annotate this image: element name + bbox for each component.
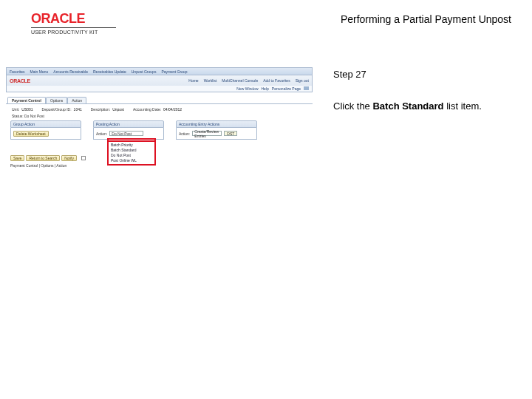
deposit-label: Deposit/Group ID: <box>42 107 72 112</box>
link-favorites[interactable]: Add to Favorites <box>263 78 290 83</box>
delete-worksheet-button[interactable]: Delete Worksheet <box>13 131 49 137</box>
panel-accounting-entry: Accounting Entry Actions Action: Create/… <box>176 120 257 140</box>
tab-payment-control[interactable]: Payment Control <box>7 97 46 103</box>
bottom-strip: Save Return to Search Notify <box>6 153 313 162</box>
util-icon[interactable] <box>304 86 309 90</box>
status-row: Status: Do Not Post <box>6 113 313 120</box>
fields-row: Unit:US001 Deposit/Group ID:1041 Descrip… <box>6 104 313 113</box>
dropdown-option-batch-standard[interactable]: Batch Standard <box>110 148 153 153</box>
logo-area: ORACLE USER PRODUCTIVITY KIT <box>31 12 127 35</box>
instructions: Step 27 Click the Batch Standard list it… <box>333 67 482 115</box>
breadcrumb-item[interactable]: Unpost Groups <box>132 69 157 74</box>
breadcrumb-item[interactable]: Receivables Update <box>93 69 126 74</box>
posting-action-dropdown[interactable]: Batch Priority Batch Standard Do Not Pos… <box>107 138 156 166</box>
status-value: Do Not Post <box>24 114 44 118</box>
return-search-button[interactable]: Return to Search <box>26 155 60 161</box>
entry-action-label: Action: <box>179 132 190 136</box>
breadcrumb: Favorites Main Menu Accounts Receivable … <box>6 67 313 75</box>
logo-rule <box>31 27 116 28</box>
link-multichannel[interactable]: MultiChannel Console <box>222 78 258 83</box>
panel-accounting-entry-header: Accounting Entry Actions <box>176 120 257 128</box>
instruction-line: Click the Batch Standard list item. <box>333 99 482 115</box>
link-help[interactable]: Help <box>262 86 269 91</box>
link-worklist[interactable]: Worklist <box>204 78 217 83</box>
panel-group-action: Group Action Delete Worksheet <box>10 120 81 140</box>
create-review-entries-button[interactable]: Create/Review Entries <box>192 131 222 136</box>
posting-action-select[interactable]: Do Not Post <box>109 131 143 136</box>
checkbox-icon[interactable] <box>81 156 86 160</box>
instruction-bold: Batch Standard <box>372 100 443 112</box>
desc-label: Description: <box>91 107 110 112</box>
logo-subtext: USER PRODUCTIVITY KIT <box>31 30 127 35</box>
app-logo: ORACLE <box>10 78 30 83</box>
link-personalize[interactable]: Personalize Page <box>272 86 301 91</box>
top-links: Home Worklist MultiChannel Console Add t… <box>188 78 309 83</box>
footer-tabs: Payment Control | Options | Action <box>6 162 313 168</box>
step-label: Step 27 <box>333 67 482 83</box>
tabs: Payment Control Options Action <box>6 95 313 104</box>
posting-action-label: Action: <box>96 132 107 136</box>
deposit-value: 1041 <box>74 107 82 112</box>
notify-button[interactable]: Notify <box>61 155 77 161</box>
save-button[interactable]: Save <box>10 155 24 161</box>
panel-posting-action-header: Posting Action <box>93 120 164 128</box>
breadcrumb-item[interactable]: Main Menu <box>30 69 49 74</box>
page-title: Performing a Partial Payment Unpost <box>341 12 511 25</box>
dropdown-option[interactable]: Post Online WL <box>110 158 153 163</box>
dropdown-option[interactable]: Do Not Post <box>110 153 153 158</box>
util-row: New Window Help Personalize Page <box>6 86 313 92</box>
panel-group-action-header: Group Action <box>10 120 81 128</box>
status-label: Status: <box>12 114 24 118</box>
dst-button[interactable]: DST <box>224 131 237 136</box>
breadcrumb-item[interactable]: Payment Group <box>161 69 187 74</box>
desc-value: Unpost <box>112 107 124 112</box>
link-signout[interactable]: Sign out <box>296 78 309 83</box>
tab-options[interactable]: Options <box>46 97 67 103</box>
oracle-logo: ORACLE <box>31 12 127 25</box>
panel-posting-action: Posting Action Action: Do Not Post <box>93 120 164 140</box>
app-band: ORACLE Home Worklist MultiChannel Consol… <box>6 75 313 86</box>
tab-action[interactable]: Action <box>67 97 86 103</box>
breadcrumb-item[interactable]: Accounts Receivable <box>53 69 88 74</box>
acct-value: 04/04/2012 <box>163 107 182 112</box>
link-new-window[interactable]: New Window <box>236 86 258 91</box>
acct-label: Accounting Date: <box>133 107 161 112</box>
dropdown-option[interactable]: Batch Priority <box>110 143 153 148</box>
breadcrumb-item[interactable]: Favorites <box>10 69 25 74</box>
app-screenshot: Favorites Main Menu Accounts Receivable … <box>6 67 313 168</box>
unit-label: Unit: <box>12 107 19 112</box>
unit-value: US001 <box>21 107 33 112</box>
link-home[interactable]: Home <box>188 78 198 83</box>
